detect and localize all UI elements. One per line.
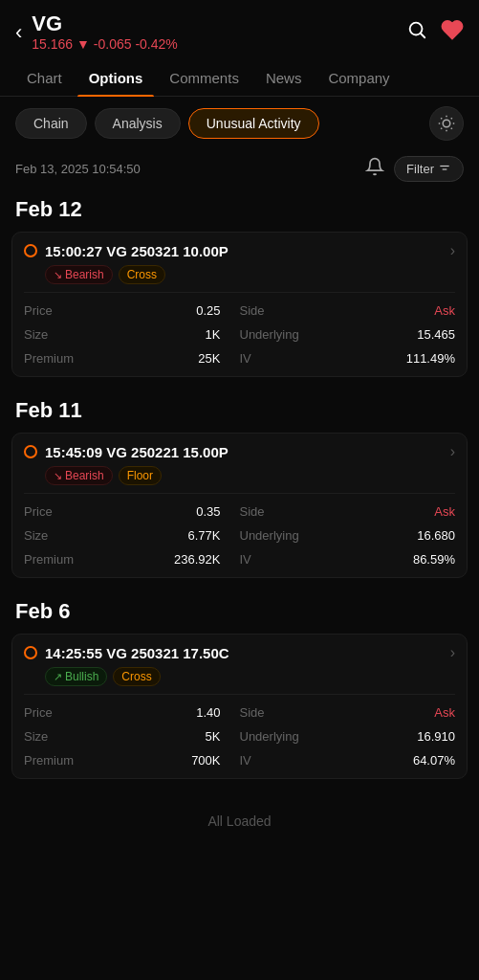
ticker-symbol: VG (32, 11, 177, 36)
tag-cross: Cross (119, 265, 165, 284)
card-row-left: Size6.77K (24, 523, 240, 547)
svg-line-6 (451, 128, 452, 129)
card-label: Premium (24, 351, 74, 366)
card-value: 1.40 (196, 705, 220, 720)
card-title: 14:25:55 VG 250321 17.50C (45, 645, 229, 661)
card-label: Price (24, 303, 53, 318)
sub-tabs: Chain Analysis Unusual Activity (0, 97, 479, 150)
header: ‹ VG 15.166 ▼ -0.065 -0.42% (0, 0, 479, 60)
card-value: Ask (434, 705, 455, 720)
ticker-info: VG 15.166 ▼ -0.065 -0.42% (32, 11, 177, 53)
section-header-2: Feb 6 (0, 593, 479, 630)
chevron-right-icon: › (450, 242, 455, 259)
card-value: 6.77K (188, 528, 221, 543)
sub-tab-chain[interactable]: Chain (15, 108, 87, 139)
card-title: 15:45:09 VG 250221 15.00P (45, 444, 229, 460)
card-label: Side (240, 303, 265, 318)
tag-bearish: ↘Bearish (45, 466, 113, 485)
tab-chart[interactable]: Chart (15, 60, 74, 96)
card-row-right: Underlying16.910 (240, 724, 456, 748)
card-label: IV (240, 552, 251, 567)
card-grid: Price0.35SideAskSize6.77KUnderlying16.68… (12, 494, 467, 577)
circle-dot (24, 646, 37, 659)
card-row-right: IV64.07% (240, 748, 456, 772)
card-row-left: Size5K (24, 724, 240, 748)
card-label: Premium (24, 753, 74, 768)
chevron-right-icon: › (450, 443, 455, 460)
card-row-right: Underlying16.680 (240, 523, 456, 547)
tag-floor: Floor (119, 466, 162, 485)
sub-tab-unusual-activity[interactable]: Unusual Activity (188, 108, 319, 139)
filter-label: Filter (406, 162, 434, 176)
ticker-price: 15.166 ▼ -0.065 -0.42% (32, 36, 177, 53)
card-label: Price (24, 504, 53, 519)
card-value: 64.07% (413, 753, 455, 768)
card-value: 5K (206, 729, 221, 744)
tab-comments[interactable]: Comments (158, 60, 250, 96)
activity-card-2-0[interactable]: 14:25:55 VG 250321 17.50C›↗BullishCrossP… (11, 634, 468, 779)
svg-line-1 (421, 33, 425, 37)
activity-card-1-0[interactable]: 15:45:09 VG 250221 15.00P›↘BearishFloorP… (11, 433, 468, 578)
card-value: 700K (191, 753, 220, 768)
card-label: Underlying (240, 327, 299, 342)
nav-tabs: Chart Options Comments News Company (0, 60, 479, 97)
card-row-left: Premium700K (24, 748, 240, 772)
card-header: 15:45:09 VG 250221 15.00P› (12, 434, 467, 464)
circle-dot (24, 445, 37, 458)
tag-bearish: ↘Bearish (45, 265, 113, 284)
tab-company[interactable]: Company (316, 60, 401, 96)
card-label: Size (24, 528, 48, 543)
card-value: Ask (434, 303, 455, 318)
card-label: Side (240, 504, 265, 519)
chevron-right-icon: › (450, 644, 455, 661)
header-left: ‹ VG 15.166 ▼ -0.065 -0.42% (15, 11, 178, 53)
card-label: IV (240, 753, 251, 768)
section-header-0: Feb 12 (0, 191, 479, 228)
activity-card-0-0[interactable]: 15:00:27 VG 250321 10.00P›↘BearishCrossP… (11, 232, 468, 377)
card-row-left: Size1K (24, 323, 240, 346)
back-button[interactable]: ‹ (15, 20, 22, 45)
card-value: 86.59% (413, 552, 455, 567)
toolbar: Feb 13, 2025 10:54:50 Filter (0, 150, 479, 191)
card-label: Underlying (240, 528, 299, 543)
heart-icon[interactable] (441, 18, 464, 47)
card-label: Price (24, 705, 53, 720)
tab-options[interactable]: Options (77, 60, 155, 96)
card-value: 15.465 (417, 327, 455, 342)
card-tags: ↘BearishCross (12, 263, 467, 292)
svg-point-0 (410, 22, 423, 34)
card-value: 1K (206, 327, 221, 342)
card-tags: ↘BearishFloor (12, 464, 467, 493)
card-row-right: IV86.59% (240, 547, 456, 571)
card-value: 0.35 (196, 504, 220, 519)
sub-tab-analysis[interactable]: Analysis (95, 108, 181, 139)
card-value: Ask (434, 504, 455, 519)
card-row-left: Premium25K (24, 346, 240, 370)
card-row-left: Premium236.92K (24, 547, 240, 571)
card-row-right: SideAsk (240, 500, 456, 523)
toolbar-right: Filter (365, 156, 464, 182)
search-icon[interactable] (406, 19, 427, 46)
card-row-right: IV111.49% (240, 346, 456, 370)
sections-container: Feb 1215:00:27 VG 250321 10.00P›↘Bearish… (0, 191, 479, 779)
card-row-left: Price0.35 (24, 500, 240, 523)
card-label: Premium (24, 552, 74, 567)
card-value: 16.680 (417, 528, 455, 543)
card-row-right: SideAsk (240, 701, 456, 724)
card-label: IV (240, 351, 251, 366)
card-value: 236.92K (174, 552, 220, 567)
svg-line-9 (441, 128, 442, 129)
section-header-1: Feb 11 (0, 392, 479, 429)
card-value: 0.25 (196, 303, 220, 318)
filter-button[interactable]: Filter (394, 156, 464, 182)
card-label: Size (24, 729, 48, 744)
svg-line-10 (451, 118, 452, 119)
card-row-left: Price1.40 (24, 701, 240, 724)
card-row-right: SideAsk (240, 299, 456, 323)
card-grid: Price0.25SideAskSize1KUnderlying15.465Pr… (12, 293, 467, 376)
card-title: 15:00:27 VG 250321 10.00P (45, 243, 229, 259)
brightness-button[interactable] (429, 106, 464, 141)
all-loaded: All Loaded (0, 794, 479, 858)
bell-icon[interactable] (365, 157, 384, 181)
tab-news[interactable]: News (254, 60, 314, 96)
